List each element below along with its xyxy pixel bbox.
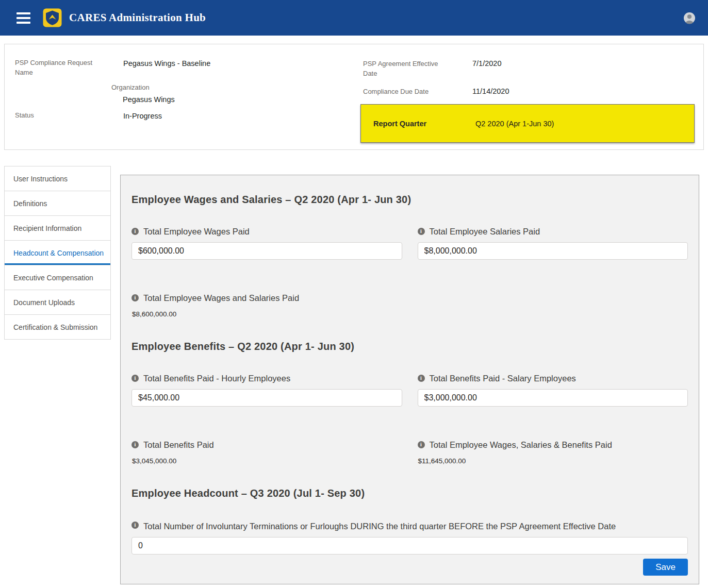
- wages-salaries-total-value: $8,600,000.00: [131, 310, 688, 318]
- total-wages-label: Total Employee Wages Paid: [143, 225, 250, 238]
- info-icon: i: [131, 228, 139, 235]
- organization-label: Organization: [111, 82, 198, 92]
- sidebar-item-definitions[interactable]: Definitions: [4, 191, 111, 216]
- total-wages-input[interactable]: [131, 242, 402, 260]
- report-quarter-value: Q2 2020 (Apr 1-Jun 30): [475, 120, 694, 128]
- status-value: In-Progress: [123, 110, 360, 122]
- benefits-salary-input[interactable]: [418, 389, 688, 407]
- terminations-label: Total Number of Involuntary Terminations…: [143, 519, 616, 533]
- info-icon: i: [418, 375, 425, 382]
- sidebar-item-user-instructions[interactable]: User Instructions: [4, 166, 111, 191]
- terminations-input[interactable]: [131, 537, 688, 555]
- effective-date-label: PSP Agreement Effective Date: [363, 59, 450, 78]
- sidebar-item-recipient-information[interactable]: Recipient Information: [4, 215, 111, 241]
- request-name-row: PSP Compliance Request Name Pegasus Wing…: [15, 58, 360, 77]
- status-row: Status In-Progress: [15, 110, 360, 122]
- top-header: CARES Administration Hub: [0, 0, 708, 36]
- status-label: Status: [15, 110, 102, 122]
- info-icon: i: [131, 441, 139, 448]
- grand-total-value: $11,645,000.00: [418, 457, 688, 465]
- field-total-wages: i Total Employee Wages Paid: [131, 225, 402, 260]
- report-quarter-highlight: Report Quarter Q2 2020 (Apr 1-Jun 30): [360, 104, 695, 143]
- sidebar-nav: User Instructions Definitions Recipient …: [4, 166, 111, 340]
- request-name-value: Pegasus Wings - Baseline: [123, 58, 360, 77]
- app-title: CARES Administration Hub: [69, 11, 206, 24]
- sidebar-item-headcount-compensation[interactable]: Headcount & Compensation: [4, 240, 111, 265]
- summary-panel: PSP Compliance Request Name Pegasus Wing…: [4, 44, 704, 150]
- grand-total-label: Total Employee Wages, Salaries & Benefit…: [430, 439, 612, 451]
- computed-grand-total: i Total Employee Wages, Salaries & Benef…: [418, 439, 688, 465]
- section-title-wages-salaries: Employee Wages and Salaries – Q2 2020 (A…: [131, 194, 688, 206]
- request-name-label: PSP Compliance Request Name: [15, 58, 102, 77]
- benefits-salary-label: Total Benefits Paid - Salary Employees: [430, 372, 576, 384]
- content-area: User Instructions Definitions Recipient …: [0, 166, 708, 584]
- benefits-hourly-input[interactable]: [131, 389, 402, 407]
- due-date-value: 11/14/2020: [472, 86, 695, 97]
- info-icon: i: [418, 228, 425, 235]
- section-title-headcount: Employee Headcount – Q3 2020 (Jul 1- Sep…: [131, 488, 688, 499]
- organization-row: Organization Pegasus Wings: [15, 82, 360, 105]
- effective-date-value: 7/1/2020: [472, 58, 695, 69]
- benefits-total-label: Total Benefits Paid: [143, 439, 214, 451]
- sidebar-item-document-uploads[interactable]: Document Uploads: [4, 290, 111, 315]
- report-quarter-label: Report Quarter: [373, 120, 475, 128]
- form-panel: Employee Wages and Salaries – Q2 2020 (A…: [120, 175, 699, 584]
- info-icon: i: [418, 441, 425, 448]
- info-icon: i: [131, 375, 139, 382]
- field-involuntary-terminations: i Total Number of Involuntary Terminatio…: [131, 519, 688, 555]
- section-title-benefits: Employee Benefits – Q2 2020 (Apr 1- Jun …: [131, 341, 688, 352]
- due-date-label: Compliance Due Date: [363, 87, 450, 96]
- computed-wages-salaries-total: i Total Employee Wages and Salaries Paid…: [131, 292, 688, 318]
- app-logo-icon: [43, 8, 62, 27]
- info-icon: i: [131, 522, 139, 529]
- save-button[interactable]: Save: [643, 559, 688, 576]
- sidebar-item-executive-compensation[interactable]: Executive Compensation: [4, 265, 111, 290]
- total-salaries-input[interactable]: [418, 242, 688, 260]
- user-avatar-icon[interactable]: [683, 12, 696, 24]
- field-total-salaries: i Total Employee Salaries Paid: [418, 225, 688, 260]
- menu-icon[interactable]: [15, 10, 31, 26]
- field-benefits-salary: i Total Benefits Paid - Salary Employees: [418, 372, 688, 407]
- sidebar-item-certification-submission[interactable]: Certification & Submission: [4, 314, 111, 340]
- benefits-total-value: $3,045,000.00: [131, 457, 402, 465]
- total-salaries-label: Total Employee Salaries Paid: [430, 225, 540, 238]
- summary-right-column: PSP Agreement Effective Date 7/1/2020 Co…: [360, 58, 695, 143]
- computed-benefits-total: i Total Benefits Paid $3,045,000.00: [131, 439, 402, 465]
- summary-left-column: PSP Compliance Request Name Pegasus Wing…: [15, 58, 360, 143]
- benefits-hourly-label: Total Benefits Paid - Hourly Employees: [143, 372, 290, 384]
- wages-salaries-total-label: Total Employee Wages and Salaries Paid: [143, 292, 299, 304]
- organization-value: Pegasus Wings: [111, 94, 360, 105]
- due-date-row: Compliance Due Date 11/14/2020: [360, 86, 695, 97]
- info-icon: i: [131, 294, 139, 301]
- effective-date-row: PSP Agreement Effective Date 7/1/2020: [360, 58, 695, 78]
- field-benefits-hourly: i Total Benefits Paid - Hourly Employees: [131, 372, 402, 407]
